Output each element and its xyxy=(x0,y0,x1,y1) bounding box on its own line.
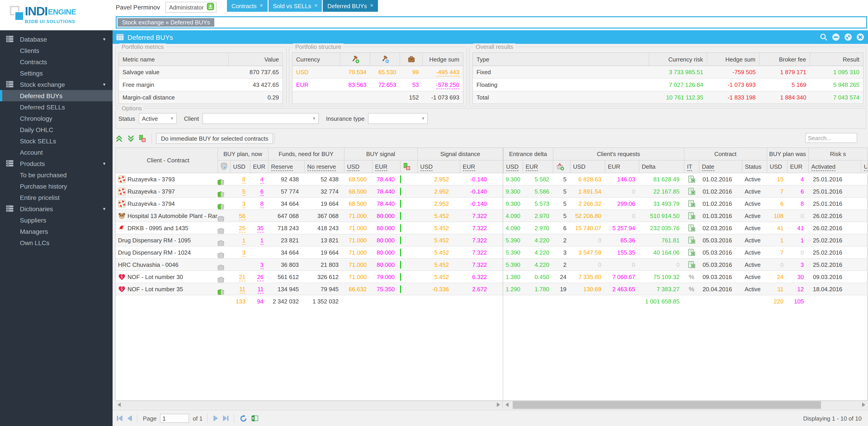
column-header-eur-requests[interactable]: EUR xyxy=(605,160,639,173)
breadcrumb[interactable]: Stock exchange » Deferred BUYs xyxy=(118,18,215,27)
cell-usd-now[interactable]: 5 xyxy=(230,185,250,197)
search-input[interactable] xyxy=(805,133,857,143)
cell-usd-now[interactable]: 3 xyxy=(230,246,250,258)
cell-eur-now[interactable]: 3 xyxy=(250,258,268,271)
doc-icon[interactable] xyxy=(688,188,695,195)
group-header-contract[interactable]: Contract xyxy=(684,148,767,160)
scroll-left-icon[interactable] xyxy=(118,402,121,407)
table-row[interactable]: Drug Dispensary RM - 10951123 82113 8217… xyxy=(116,234,868,246)
close-panel-icon[interactable] xyxy=(856,33,864,41)
insurance-type-select[interactable]: ▼ xyxy=(368,113,428,124)
group-header-buy-plan-now[interactable]: BUY plan, now xyxy=(217,148,268,160)
table-row[interactable]: NOF - Lot number 351111134 94579 94566.6… xyxy=(116,283,868,295)
import-icon[interactable] xyxy=(206,3,214,12)
column-header-usd-entrance[interactable]: USD xyxy=(503,160,523,173)
close-icon[interactable]: × xyxy=(314,2,317,8)
sidebar-item-own-llcs[interactable]: Own LLCs xyxy=(0,237,113,248)
cell-eur-now[interactable]: 4 xyxy=(250,173,268,185)
column-header-reserve[interactable]: Reserve xyxy=(268,160,304,173)
cell-usd-now[interactable]: 1 xyxy=(230,234,250,246)
collapse-panel-icon[interactable] xyxy=(832,33,840,41)
expand-all-icon[interactable] xyxy=(115,134,123,142)
column-header[interactable]: Broker fee xyxy=(759,53,810,66)
sidebar-item-entire-pricelist[interactable]: Entire pricelist xyxy=(0,192,113,203)
column-header[interactable] xyxy=(370,53,400,66)
doc-icon[interactable] xyxy=(688,249,695,256)
sidebar-item-account[interactable]: Account xyxy=(0,147,113,158)
scroll-right-icon[interactable] xyxy=(497,402,500,407)
column-header[interactable] xyxy=(400,53,423,66)
column-header-it[interactable]: IT xyxy=(684,160,699,173)
immediate-buy-button[interactable]: Do immediate BUY for selected contracts xyxy=(156,133,273,144)
column-header-usd-requests[interactable]: USD xyxy=(570,160,605,173)
first-page-icon[interactable] xyxy=(116,415,123,422)
column-header-no-reserve[interactable]: No reserve xyxy=(304,160,344,173)
column-header-u[interactable]: U xyxy=(861,160,868,173)
sidebar-item-managers[interactable]: Managers xyxy=(0,226,113,237)
sidebar-item-purchase-history[interactable]: Purchase history xyxy=(0,180,113,192)
doc-icon[interactable] xyxy=(688,176,695,183)
tab-contracts[interactable]: Contracts× xyxy=(227,0,268,12)
doc-icon[interactable] xyxy=(688,237,695,244)
column-header-date[interactable]: Date xyxy=(699,160,742,173)
column-header-indicator[interactable] xyxy=(400,160,417,173)
cell-eur-now[interactable]: 6 xyxy=(250,185,268,197)
sidebar-item-products[interactable]: Products▼ xyxy=(0,158,113,169)
sidebar-item-daily-ohlc[interactable]: Daily OHLC xyxy=(0,124,113,135)
table-row[interactable]: Ruzayevka - 37938492 43852 43868.50078.4… xyxy=(116,173,868,185)
sidebar-item-deferred-sells[interactable]: Deferred SELLs xyxy=(0,101,113,113)
role-select[interactable]: Administrator xyxy=(165,2,216,13)
restore-panel-icon[interactable] xyxy=(844,33,852,41)
table-row[interactable]: HRC Chuvashia - 0046336 80321 80371.0008… xyxy=(116,258,868,271)
column-header-usd[interactable]: USD xyxy=(230,160,250,173)
client-select[interactable]: ▼ xyxy=(203,113,319,124)
column-header-usd-was[interactable]: USD xyxy=(767,160,787,173)
status-select[interactable]: Active ▼ xyxy=(139,113,177,124)
column-header[interactable]: Metric name xyxy=(119,53,228,66)
scroll-left-icon[interactable] xyxy=(505,402,508,407)
cell-usd-now[interactable]: 8 xyxy=(230,173,250,185)
table-row[interactable]: NOF - Lot number 302126561 612326 61271.… xyxy=(116,271,868,283)
sidebar-item-deferred-buys[interactable]: Deferred BUYs xyxy=(0,90,113,101)
column-header-usd-signal[interactable]: USD xyxy=(344,160,372,173)
cell-usd-now[interactable]: 25 xyxy=(230,222,250,234)
column-header-usd-distance[interactable]: USD xyxy=(417,160,460,173)
column-header-activated[interactable]: Activated xyxy=(808,160,861,173)
doc-icon[interactable] xyxy=(688,212,695,219)
close-icon[interactable]: × xyxy=(370,2,373,8)
sidebar-item-clients[interactable]: Clients xyxy=(0,45,113,56)
cell-usd-now[interactable]: 56 xyxy=(230,210,250,222)
column-header-client-contract[interactable]: Client - Contract xyxy=(116,148,217,173)
cell-eur-now[interactable]: 1 xyxy=(250,234,268,246)
sidebar-item-to-be-purchased[interactable]: To be purchased xyxy=(0,169,113,180)
last-page-icon[interactable] xyxy=(222,415,229,422)
column-header-shield[interactable] xyxy=(217,160,230,173)
column-header[interactable]: Hedge sum xyxy=(707,53,759,66)
column-header[interactable]: Hedge sum xyxy=(423,53,463,66)
group-header-buy-plan-was[interactable]: BUY plan was xyxy=(767,148,808,160)
table-row[interactable]: DRKB - 0995 and 14352535718 243418 24371… xyxy=(116,222,868,234)
table-row[interactable]: Hospital 13 Automobile Plant - Ramp56647… xyxy=(116,210,868,222)
cell-eur-now[interactable]: 8 xyxy=(250,197,268,210)
sidebar-item-settings[interactable]: Settings xyxy=(0,67,113,79)
cell-eur-now[interactable]: 26 xyxy=(250,271,268,283)
sidebar-item-stock-sells[interactable]: Stock SELLs xyxy=(0,135,113,147)
column-header-eur-distance[interactable]: EUR xyxy=(460,160,503,173)
scroll-right-icon[interactable] xyxy=(862,402,865,407)
sidebar-item-database[interactable]: Database▼ xyxy=(0,33,113,45)
hedge-sum[interactable]: -578 250 xyxy=(423,79,463,91)
sidebar-item-contracts[interactable]: Contracts xyxy=(0,56,113,67)
cell-eur-now[interactable]: 35 xyxy=(250,222,268,234)
doc-icon[interactable] xyxy=(688,224,695,232)
doc-icon[interactable] xyxy=(688,200,695,207)
column-header[interactable]: Result xyxy=(810,53,863,66)
next-page-icon[interactable] xyxy=(213,415,219,422)
cell-eur-now[interactable] xyxy=(250,210,268,222)
buy-sell-squares-icon[interactable] xyxy=(139,134,146,142)
horizontal-scrollbar-left[interactable] xyxy=(115,401,503,408)
search-tool-icon[interactable] xyxy=(819,33,828,41)
cell-usd-now[interactable]: 11 xyxy=(230,283,250,295)
refresh-icon[interactable] xyxy=(240,415,247,422)
hedge-sum[interactable]: -495 443 xyxy=(423,66,463,79)
sidebar-item-dictionaries[interactable]: Dictionaries▼ xyxy=(0,203,113,214)
